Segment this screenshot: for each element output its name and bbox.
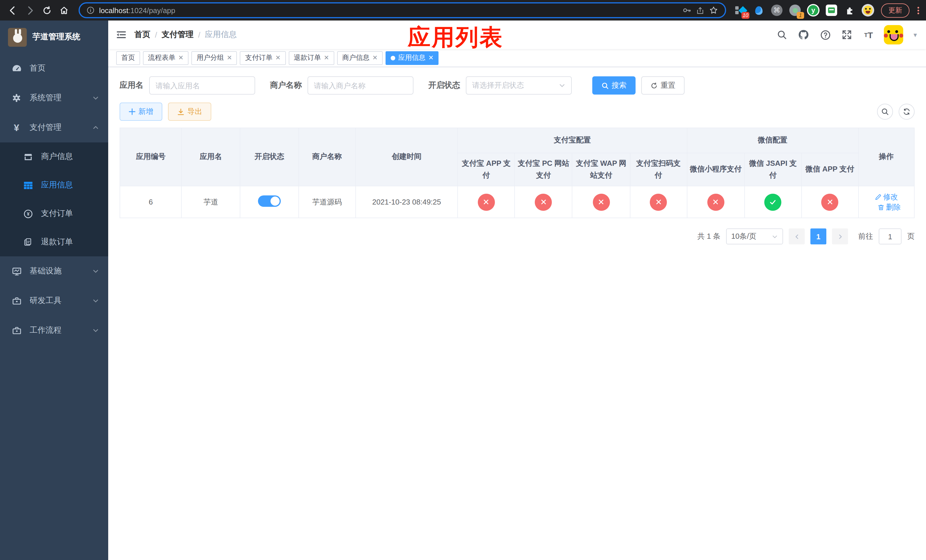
table-row: 6 芋道 芋道源码 2021-10-23 08:49:25 [120, 186, 914, 218]
tab-app-info[interactable]: 应用信息✕ [386, 51, 439, 65]
breadcrumb-section[interactable]: 支付管理 [162, 30, 194, 40]
home-icon[interactable] [57, 3, 71, 17]
close-icon[interactable]: ✕ [227, 55, 232, 61]
add-button[interactable]: 新增 [120, 103, 162, 121]
monitor-icon [11, 266, 22, 276]
cell-open-status [240, 186, 298, 218]
col-created-at: 创建时间 [356, 128, 458, 186]
svg-text:¥: ¥ [26, 211, 29, 216]
close-icon[interactable]: ✕ [275, 55, 280, 61]
tab-process-form[interactable]: 流程表单✕ [143, 51, 189, 65]
sidebar-item-pay[interactable]: ¥ 支付管理 [0, 113, 108, 142]
sidebar-item-system[interactable]: 系统管理 [0, 83, 108, 113]
close-icon[interactable]: ✕ [428, 55, 433, 61]
extension-chat-icon[interactable] [825, 4, 838, 17]
tab-refund-orders[interactable]: 退款订单✕ [289, 51, 334, 65]
app-name-input[interactable] [156, 81, 249, 90]
app-logo-row[interactable]: 芋道管理系统 [0, 21, 108, 53]
breadcrumb-home[interactable]: 首页 [135, 30, 150, 40]
merchant-name-label: 商户名称 [270, 80, 302, 91]
sidebar-item-app-info[interactable]: 应用信息 [0, 171, 108, 200]
chrome-menu-icon[interactable] [917, 6, 919, 14]
site-info-icon[interactable] [86, 6, 95, 14]
current-page-button[interactable]: 1 [810, 229, 826, 244]
export-button[interactable]: 导出 [168, 103, 211, 121]
toggle-search-button[interactable] [877, 104, 893, 120]
tab-user-group[interactable]: 用户分组✕ [191, 51, 237, 65]
tab-pay-orders[interactable]: 支付订单✕ [240, 51, 286, 65]
chevron-down-icon[interactable]: ▼ [912, 32, 918, 38]
chevron-down-icon [559, 82, 566, 89]
shop-icon [23, 152, 33, 162]
close-icon[interactable]: ✕ [324, 55, 329, 61]
edit-button[interactable]: 修改 [875, 192, 898, 202]
delete-button[interactable]: 删除 [878, 202, 901, 212]
prev-page-button[interactable] [789, 229, 805, 244]
sidebar-item-refund-orders[interactable]: 退款订单 [0, 228, 108, 256]
bookmark-star-icon[interactable] [709, 6, 718, 15]
breadcrumb-current: 应用信息 [205, 30, 237, 40]
sidebar-item-home[interactable]: 首页 [0, 53, 108, 83]
active-dot [391, 56, 395, 60]
app-logo-rabbit [8, 28, 27, 47]
back-icon[interactable] [6, 3, 20, 17]
col-open-status: 开启状态 [240, 128, 298, 186]
tab-home[interactable]: 首页 [116, 51, 140, 65]
help-icon[interactable] [819, 29, 831, 41]
address-bar[interactable]: localhost:1024/pay/app [79, 2, 726, 18]
chrome-update-button[interactable]: 更新 [881, 3, 909, 17]
avatar[interactable] [884, 25, 903, 44]
page-size-select[interactable]: 10条/页 [726, 229, 783, 244]
profile-emoji-icon[interactable] [862, 4, 874, 17]
col-alipay-qr: 支付宝扫码支付 [630, 153, 687, 186]
plus-icon [129, 108, 136, 115]
forward-icon[interactable] [23, 3, 36, 17]
search-button[interactable]: 搜索 [592, 76, 635, 95]
col-merchant-name: 商户名称 [299, 128, 356, 186]
search-icon [601, 82, 609, 89]
sidebar-item-workflow[interactable]: 工作流程 [0, 316, 108, 345]
sidebar-item-dev-tools[interactable]: 研发工具 [0, 286, 108, 316]
page-unit-label: 页 [907, 231, 915, 242]
table-toolbar: 新增 导出 [120, 103, 915, 121]
close-icon[interactable]: ✕ [178, 55, 183, 61]
tab-merchant-info[interactable]: 商户信息✕ [337, 51, 383, 65]
extension-recorder-icon[interactable]: 1 [789, 4, 801, 17]
refresh-table-button[interactable] [899, 104, 915, 120]
sidebar-fold-icon[interactable] [116, 30, 126, 40]
extension-command-icon[interactable]: ⌘ [770, 4, 783, 17]
open-status-select[interactable]: 请选择开启状态 [466, 76, 572, 95]
reload-icon[interactable] [40, 3, 53, 17]
extension-blue-diamond-icon[interactable]: 10 [734, 4, 747, 17]
sidebar-item-pay-orders[interactable]: ¥ 支付订单 [0, 200, 108, 228]
merchant-name-input[interactable] [314, 81, 407, 90]
extension-badge: 10 [741, 12, 749, 19]
fullscreen-icon[interactable] [841, 29, 853, 41]
extensions-area: 10 ⌘ 1 y [734, 4, 874, 17]
font-size-icon[interactable]: TT [862, 29, 875, 41]
status-badge-alipay-pc [535, 194, 552, 210]
search-icon[interactable] [776, 29, 788, 41]
sidebar-item-infra[interactable]: 基础设施 [0, 256, 108, 286]
extension-y-icon[interactable]: y [807, 4, 820, 17]
extension-badge: 1 [797, 12, 804, 19]
reset-button[interactable]: 重置 [641, 76, 684, 95]
next-page-button[interactable] [832, 229, 848, 244]
chevron-up-icon [92, 124, 99, 131]
github-icon[interactable] [797, 29, 810, 41]
status-badge-alipay-qr [650, 194, 667, 210]
goto-page-input[interactable] [879, 229, 902, 244]
pencil-icon [875, 194, 882, 200]
extension-balloon-icon[interactable] [752, 4, 765, 17]
chevron-right-icon [837, 233, 843, 239]
status-toggle[interactable] [258, 195, 281, 207]
chevron-down-icon [92, 268, 99, 275]
extensions-puzzle-icon[interactable] [843, 4, 856, 17]
share-icon[interactable] [696, 6, 705, 15]
password-key-icon[interactable] [682, 6, 691, 15]
sidebar-item-merchant-info[interactable]: 商户信息 [0, 142, 108, 171]
open-status-label: 开启状态 [428, 80, 460, 91]
col-group-wechat: 微信配置 [687, 128, 858, 153]
app-title: 芋道管理系统 [32, 32, 80, 42]
close-icon[interactable]: ✕ [372, 55, 378, 61]
